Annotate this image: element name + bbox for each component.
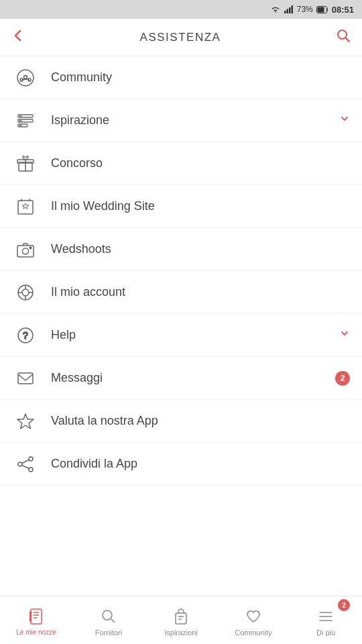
svg-rect-0 [284,11,286,13]
menu-item-condividi[interactable]: Condividi la App [0,443,362,486]
menu-item-community[interactable]: Community [0,56,362,99]
ispirazione-label: Ispirazione [51,113,334,127]
svg-rect-43 [176,613,186,624]
di-piu-badge: 2 [338,599,350,611]
battery-text: 73% [297,5,313,14]
hamburger-icon [316,607,335,626]
content-area: Community Ispirazione [0,56,362,534]
wedshoots-icon [12,236,39,263]
menu-item-help[interactable]: ? Help [0,314,362,357]
menu-item-wedding-site[interactable]: Il mio Wedding Site [0,185,362,228]
messaggi-label: Messaggi [51,371,335,385]
nav-label-fornitori: Fornitori [95,629,122,637]
menu-item-valuta[interactable]: Valuta la nostra App [0,400,362,443]
community-icon [12,64,39,91]
wedding-site-icon [12,193,39,220]
svg-point-8 [17,70,34,86]
help-chevron [339,328,350,342]
menu-item-ispirazione[interactable]: Ispirazione [0,99,362,142]
svg-point-20 [29,247,31,248]
time-display: 08:51 [332,5,354,15]
nav-label-ispirazioni: Ispirazioni [164,629,198,637]
status-bar: 73% 08:51 [0,0,362,19]
page-title: ASSISTENZA [140,31,221,44]
wedshoots-label: Wedshoots [51,242,350,256]
account-icon [12,279,39,306]
svg-marker-30 [17,414,34,429]
search-button[interactable] [335,28,351,48]
pencil-cup-nav-icon [172,607,190,626]
nav-item-ispirazioni[interactable]: Ispirazioni [145,596,217,644]
svg-rect-36 [31,609,42,624]
messaggi-badge: 2 [335,371,350,386]
concorso-icon [12,150,39,177]
svg-rect-1 [286,9,288,14]
svg-point-41 [103,610,112,620]
search-nav-icon [99,607,118,626]
menu-item-wedshoots[interactable]: Wedshoots [0,228,362,271]
svg-rect-40 [29,611,32,622]
valuta-icon [12,408,39,435]
messaggi-icon [12,365,39,392]
nav-item-fornitori[interactable]: Fornitori [72,596,145,644]
svg-line-34 [22,460,29,463]
condividi-label: Condividi la App [51,457,350,471]
ispirazione-chevron [339,113,350,127]
nav-item-community[interactable]: Community [217,596,290,644]
svg-point-32 [18,462,22,466]
wedding-site-label: Il mio Wedding Site [51,199,350,213]
svg-point-22 [22,289,29,296]
heart-nav-icon [244,607,263,626]
svg-line-42 [111,619,115,623]
svg-text:?: ? [23,330,28,341]
svg-point-33 [29,468,33,472]
nav-label-community: Community [235,629,272,637]
svg-point-9 [24,75,27,78]
help-icon: ? [12,322,39,349]
nav-label-le-mie-nozze: Le mie nozze [16,629,56,636]
back-button[interactable] [11,28,25,47]
signal-icon [284,5,294,13]
condividi-icon [12,451,39,478]
community-label: Community [51,70,350,85]
concorso-label: Concorso [51,156,350,170]
valuta-label: Valuta la nostra App [51,414,350,428]
svg-rect-5 [317,7,324,12]
battery-icon [316,6,328,13]
svg-rect-29 [18,373,33,384]
svg-line-7 [346,38,350,42]
account-label: Il mio account [51,285,350,299]
svg-point-19 [23,248,29,254]
svg-rect-3 [291,5,293,13]
menu-item-account[interactable]: Il mio account [0,271,362,314]
menu-item-concorso[interactable]: Concorso [0,142,362,185]
menu-list: Community Ispirazione [0,56,362,486]
help-label: Help [51,328,334,342]
svg-point-31 [29,457,33,461]
svg-rect-2 [289,7,291,13]
notebook-icon [27,607,46,626]
status-icons: 73% 08:51 [270,5,354,15]
ispirazione-icon [12,107,39,134]
nav-item-le-mie-nozze[interactable]: Le mie nozze [0,596,72,644]
nav-item-di-piu[interactable]: 2 Di più [290,596,362,644]
menu-item-messaggi[interactable]: Messaggi 2 [0,357,362,400]
wifi-icon [270,5,281,13]
bottom-nav: Le mie nozze Fornitori Ispirazioni [0,596,362,644]
header: ASSISTENZA [0,19,362,56]
nav-label-di-piu: Di più [316,629,335,637]
svg-line-35 [22,465,29,468]
